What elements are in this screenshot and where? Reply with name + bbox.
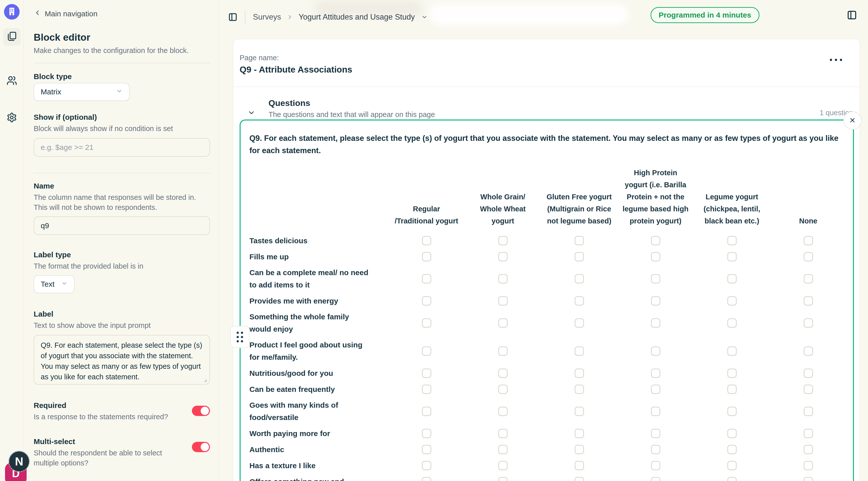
breadcrumb-surveys[interactable]: Surveys [253, 12, 281, 22]
matrix-checkbox[interactable] [422, 252, 431, 261]
matrix-checkbox[interactable] [575, 274, 584, 283]
matrix-checkbox[interactable] [575, 429, 584, 438]
matrix-checkbox[interactable] [727, 461, 737, 470]
page-menu-button[interactable] [830, 59, 842, 61]
matrix-checkbox[interactable] [575, 461, 584, 470]
matrix-checkbox[interactable] [422, 461, 431, 470]
matrix-checkbox[interactable] [727, 385, 737, 394]
matrix-checkbox[interactable] [422, 429, 431, 438]
matrix-checkbox[interactable] [727, 274, 737, 283]
matrix-checkbox[interactable] [575, 407, 584, 416]
matrix-checkbox[interactable] [575, 347, 584, 356]
matrix-checkbox[interactable] [804, 347, 813, 356]
matrix-checkbox[interactable] [498, 368, 507, 378]
matrix-checkbox[interactable] [727, 368, 737, 378]
back-to-main-navigation[interactable]: Main navigation [34, 9, 210, 18]
matrix-checkbox[interactable] [422, 385, 431, 394]
matrix-checkbox[interactable] [727, 347, 737, 356]
matrix-checkbox[interactable] [804, 252, 813, 261]
matrix-checkbox[interactable] [727, 318, 737, 328]
matrix-checkbox[interactable] [727, 236, 737, 245]
multi-select-toggle[interactable] [192, 442, 210, 452]
matrix-checkbox[interactable] [804, 385, 813, 394]
collapse-chevron-icon[interactable] [247, 109, 255, 118]
matrix-checkbox[interactable] [498, 296, 507, 306]
matrix-checkbox[interactable] [804, 318, 813, 328]
matrix-checkbox[interactable] [575, 296, 584, 306]
matrix-checkbox[interactable] [575, 368, 584, 378]
matrix-checkbox[interactable] [575, 236, 584, 245]
matrix-checkbox[interactable] [422, 296, 431, 306]
matrix-checkbox[interactable] [575, 385, 584, 394]
matrix-checkbox[interactable] [651, 274, 660, 283]
matrix-checkbox[interactable] [651, 318, 660, 328]
matrix-checkbox[interactable] [727, 407, 737, 416]
matrix-checkbox[interactable] [727, 252, 737, 261]
panel-toggle-icon[interactable] [228, 12, 237, 22]
chevron-down-icon[interactable] [421, 14, 428, 20]
matrix-checkbox[interactable] [498, 477, 507, 481]
matrix-checkbox[interactable] [498, 461, 507, 470]
breadcrumb-survey-name[interactable]: Yogurt Attitudes and Usage Study [299, 12, 415, 22]
close-question-button[interactable] [843, 111, 862, 130]
matrix-checkbox[interactable] [651, 429, 660, 438]
matrix-checkbox[interactable] [498, 318, 507, 328]
drag-handle[interactable] [230, 326, 249, 348]
matrix-checkbox[interactable] [804, 236, 813, 245]
question-block[interactable]: Q9. For each statement, please select th… [240, 120, 854, 481]
matrix-checkbox[interactable] [651, 368, 660, 378]
rail-item-users[interactable] [3, 72, 21, 90]
matrix-checkbox[interactable] [727, 445, 737, 454]
matrix-checkbox[interactable] [498, 385, 507, 394]
matrix-checkbox[interactable] [651, 477, 660, 481]
matrix-checkbox[interactable] [498, 407, 507, 416]
matrix-checkbox[interactable] [804, 368, 813, 378]
matrix-checkbox[interactable] [422, 318, 431, 328]
matrix-checkbox[interactable] [651, 407, 660, 416]
show-if-input[interactable] [34, 138, 210, 157]
matrix-checkbox[interactable] [422, 274, 431, 283]
matrix-checkbox[interactable] [651, 461, 660, 470]
matrix-checkbox[interactable] [804, 296, 813, 306]
block-type-select[interactable]: Matrix [34, 83, 130, 101]
rail-item-pages[interactable] [3, 28, 21, 46]
matrix-checkbox[interactable] [804, 477, 813, 481]
name-input[interactable] [34, 216, 210, 235]
resize-grip-icon[interactable] [202, 377, 208, 383]
matrix-checkbox[interactable] [422, 477, 431, 481]
matrix-checkbox[interactable] [575, 318, 584, 328]
panel-right-toggle-icon[interactable] [847, 10, 857, 20]
rail-item-settings[interactable] [3, 109, 21, 127]
matrix-checkbox[interactable] [422, 445, 431, 454]
matrix-checkbox[interactable] [651, 445, 660, 454]
matrix-checkbox[interactable] [651, 236, 660, 245]
matrix-checkbox[interactable] [575, 252, 584, 261]
label-type-select[interactable]: Text [34, 275, 74, 293]
matrix-checkbox[interactable] [804, 274, 813, 283]
matrix-checkbox[interactable] [651, 385, 660, 394]
matrix-checkbox[interactable] [498, 347, 507, 356]
matrix-checkbox[interactable] [651, 252, 660, 261]
matrix-checkbox[interactable] [727, 429, 737, 438]
matrix-checkbox[interactable] [575, 477, 584, 481]
matrix-checkbox[interactable] [498, 429, 507, 438]
matrix-checkbox[interactable] [804, 407, 813, 416]
matrix-checkbox[interactable] [422, 347, 431, 356]
required-toggle[interactable] [192, 406, 210, 416]
matrix-checkbox[interactable] [727, 296, 737, 306]
matrix-checkbox[interactable] [727, 477, 737, 481]
matrix-checkbox[interactable] [498, 252, 507, 261]
matrix-checkbox[interactable] [804, 461, 813, 470]
matrix-checkbox[interactable] [498, 445, 507, 454]
matrix-checkbox[interactable] [498, 274, 507, 283]
matrix-checkbox[interactable] [422, 407, 431, 416]
matrix-checkbox[interactable] [422, 368, 431, 378]
matrix-checkbox[interactable] [498, 236, 507, 245]
nextjs-dev-badge[interactable]: N [9, 451, 29, 472]
matrix-checkbox[interactable] [804, 445, 813, 454]
matrix-checkbox[interactable] [651, 296, 660, 306]
matrix-checkbox[interactable] [651, 347, 660, 356]
matrix-checkbox[interactable] [804, 429, 813, 438]
matrix-checkbox[interactable] [575, 445, 584, 454]
label-textarea[interactable]: Q9. For each statement, please select th… [34, 335, 210, 385]
